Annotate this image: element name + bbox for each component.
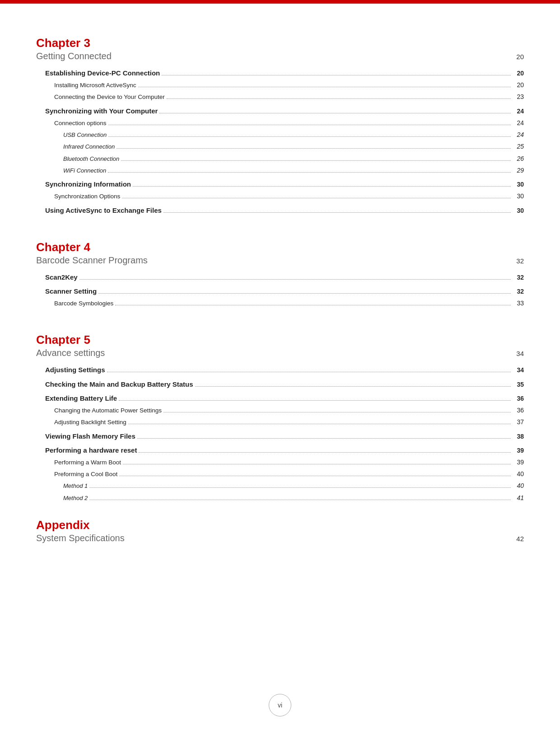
toc-entry: Method 1 40	[63, 480, 524, 491]
toc-label: Barcode Symbologies	[54, 298, 113, 309]
toc-entry: Synchronization Options 30	[54, 191, 524, 202]
toc-page: 40	[513, 480, 524, 491]
toc-entry: Adjusting Backlight Setting 37	[54, 416, 524, 428]
toc-page: 35	[513, 379, 524, 390]
toc-entry: Connecting the Device to Your Computer 2…	[54, 91, 524, 103]
toc-page: 23	[513, 91, 524, 103]
toc-page: 30	[513, 179, 524, 190]
toc-dots	[115, 305, 511, 305]
toc-page: 39	[513, 457, 524, 468]
toc-entry: Performing a hardware reset 39	[45, 444, 524, 456]
toc-entry: Performing a Warm Boot 39	[54, 457, 524, 468]
toc-dots	[139, 452, 511, 453]
toc-entry: Viewing Flash Memory Files 38	[45, 430, 524, 442]
toc-page: 24	[513, 106, 524, 117]
toc-label: Changing the Automatic Power Settings	[54, 405, 162, 416]
toc-page: 30	[513, 205, 524, 216]
toc-entry: Using ActiveSync to Exchange Files 30	[45, 204, 524, 216]
toc-label: Establishing Device-PC Connection	[45, 67, 160, 79]
toc-entry: Scan2Key 32	[45, 271, 524, 283]
toc-dots	[163, 412, 511, 412]
toc-page: 36	[513, 405, 524, 416]
toc-label: Synchronizing Information	[45, 178, 131, 190]
toc-page: 24	[513, 117, 524, 129]
toc-dots	[79, 279, 511, 280]
toc-dots	[98, 293, 511, 294]
page-number-label: vi	[278, 702, 282, 709]
toc-label: Bluetooth Connection	[63, 154, 119, 164]
toc-label: Using ActiveSync to Exchange Files	[45, 204, 162, 216]
chapter4-heading: Chapter 4	[36, 240, 524, 254]
toc-label: Checking the Main and Backup Battery Sta…	[45, 378, 193, 390]
toc-page: 26	[513, 153, 524, 164]
chapter4-section: Chapter 4 Barcode Scanner Programs 32 Sc…	[36, 240, 524, 309]
toc-label: Method 1	[63, 481, 88, 491]
appendix-section: Appendix System Specifications 42	[36, 518, 524, 543]
toc-dots	[121, 160, 511, 161]
chapter5-section: Chapter 5 Advance settings 34 Adjusting …	[36, 333, 524, 504]
toc-dots	[163, 212, 511, 213]
toc-label: WiFi Connection	[63, 165, 106, 176]
toc-entry: Scanner Setting 32	[45, 285, 524, 297]
toc-page: 24	[513, 129, 524, 140]
page-number-circle: vi	[269, 694, 291, 716]
chapter5-subtitle-label: Advance settings	[36, 348, 105, 358]
toc-page: 34	[513, 365, 524, 376]
chapter4-subtitle-label: Barcode Scanner Programs	[36, 255, 148, 266]
toc-page: 20	[513, 80, 524, 91]
toc-page: 32	[513, 272, 524, 283]
top-red-bar	[0, 0, 560, 4]
toc-dots	[128, 424, 511, 424]
toc-entry: Method 2 41	[63, 492, 524, 504]
toc-page: 36	[513, 393, 524, 404]
toc-label: Preforming a Cool Boot	[54, 469, 117, 480]
chapter3-subtitle-row: Getting Connected 20	[36, 51, 524, 61]
toc-entry: Synchronizing Information 30	[45, 178, 524, 190]
toc-entry: Extending Battery Life 36	[45, 392, 524, 404]
appendix-subtitle-page: 42	[516, 535, 524, 543]
chapter3-toc: Establishing Device-PC Connection 20 Ins…	[45, 67, 524, 216]
chapter4-toc: Scan2Key 32 Scanner Setting 32 Barcode S…	[45, 271, 524, 309]
toc-dots	[89, 487, 511, 488]
toc-label: Installing Microsoft ActiveSync	[54, 80, 136, 91]
appendix-subtitle-row: System Specifications 42	[36, 533, 524, 543]
toc-label: Connecting the Device to Your Computer	[54, 92, 165, 103]
toc-entry: Barcode Symbologies 33	[54, 298, 524, 309]
toc-label: Adjusting Backlight Setting	[54, 417, 126, 428]
toc-label: Synchronizing with Your Computer	[45, 105, 158, 117]
chapter5-subtitle-row: Advance settings 34	[36, 348, 524, 358]
page-content: Chapter 3 Getting Connected 20 Establish…	[0, 4, 560, 585]
toc-entry: Checking the Main and Backup Battery Sta…	[45, 378, 524, 390]
toc-label: Scan2Key	[45, 271, 78, 283]
toc-page: 25	[513, 141, 524, 152]
toc-label: Infrared Connection	[63, 141, 115, 152]
toc-dots	[123, 464, 511, 464]
toc-entry: Infrared Connection 25	[63, 141, 524, 152]
toc-page: 39	[513, 445, 524, 456]
toc-entry: USB Connection 24	[63, 129, 524, 140]
toc-page: 41	[513, 492, 524, 504]
appendix-subtitle-label: System Specifications	[36, 533, 125, 543]
toc-page: 33	[513, 298, 524, 309]
chapter3-heading: Chapter 3	[36, 36, 524, 50]
toc-label: Adjusting Settings	[45, 364, 105, 376]
toc-dots	[122, 198, 511, 198]
toc-entry: WiFi Connection 29	[63, 165, 524, 176]
toc-page: 29	[513, 165, 524, 176]
toc-label: USB Connection	[63, 130, 107, 140]
chapter5-heading: Chapter 5	[36, 333, 524, 347]
toc-dots	[167, 98, 511, 99]
toc-page: 37	[513, 416, 524, 428]
toc-page: 38	[513, 431, 524, 442]
toc-dots	[159, 113, 511, 113]
chapter4-subtitle-row: Barcode Scanner Programs 32	[36, 255, 524, 266]
toc-label: Method 2	[63, 493, 88, 503]
chapter5-toc: Adjusting Settings 34 Checking the Main …	[45, 364, 524, 504]
toc-page: 20	[513, 68, 524, 79]
chapter5-subtitle-page: 34	[516, 350, 524, 357]
toc-dots	[137, 438, 511, 439]
toc-label: Performing a Warm Boot	[54, 457, 121, 468]
toc-entry: Installing Microsoft ActiveSync 20	[54, 80, 524, 91]
chapter3-section: Chapter 3 Getting Connected 20 Establish…	[36, 36, 524, 216]
toc-dots	[133, 186, 511, 187]
